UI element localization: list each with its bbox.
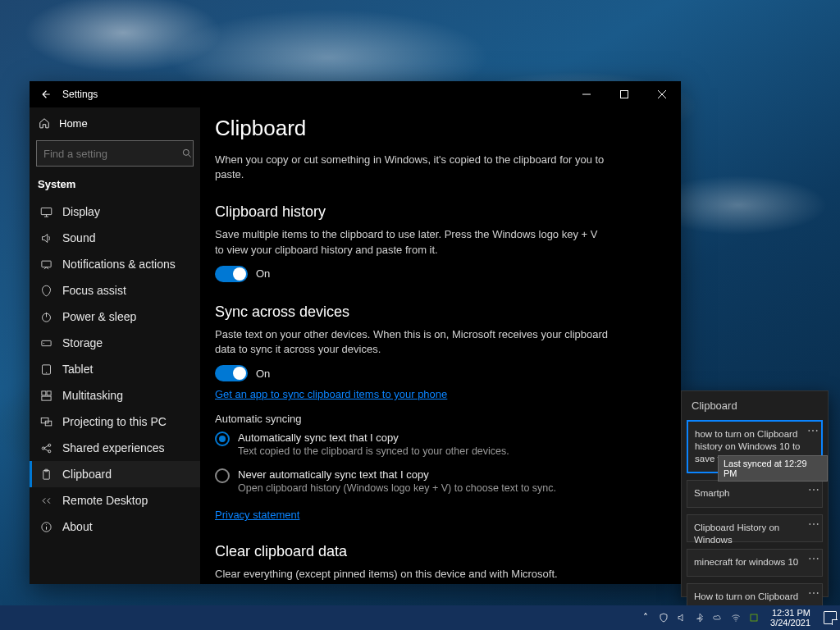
storage-icon (39, 336, 52, 349)
tray-shield-icon[interactable] (657, 611, 670, 624)
clipboard-item[interactable]: ⋯ minecraft for windows 10 (687, 549, 823, 577)
radio-icon (215, 431, 230, 446)
sidebar-item-sound[interactable]: Sound (30, 225, 200, 251)
history-toggle-row: On (215, 266, 658, 282)
multitasking-icon (39, 389, 52, 402)
auto-sync-option-2[interactable]: Never automatically sync text that I cop… (215, 468, 658, 494)
sidebar-item-clipboard[interactable]: Clipboard (30, 461, 200, 487)
notifications-icon (39, 258, 52, 271)
taskbar: ˄ 12:31 PM 3/24/2021 (0, 605, 840, 630)
svg-rect-6 (41, 340, 50, 345)
sidebar-item-label: Display (62, 205, 100, 218)
sidebar-item-storage[interactable]: Storage (30, 330, 200, 356)
svg-rect-10 (41, 390, 45, 395)
sync-tooltip: Last synced at 12:29 PM (718, 455, 828, 482)
minimize-icon (582, 90, 591, 98)
maximize-button[interactable] (605, 83, 643, 106)
sidebar-item-label: About (62, 520, 93, 533)
svg-rect-11 (47, 390, 51, 395)
radio-sub: Text copied to the clipboard is synced t… (238, 445, 509, 457)
radio-icon (215, 468, 230, 483)
svg-point-7 (43, 342, 43, 343)
display-icon (39, 205, 52, 218)
close-button[interactable] (643, 83, 681, 106)
sidebar-item-multitasking[interactable]: Multitasking (30, 382, 200, 409)
sidebar-item-focus-assist[interactable]: Focus assist (30, 277, 200, 304)
page-content: Clipboard When you copy or cut something… (200, 107, 681, 584)
clipboard-icon (39, 468, 52, 481)
back-button[interactable] (30, 81, 62, 107)
window-controls (568, 83, 681, 106)
sidebar-item-projecting[interactable]: Projecting to this PC (30, 409, 200, 435)
more-icon[interactable]: ⋯ (808, 551, 820, 566)
radio-title: Never automatically sync text that I cop… (238, 468, 556, 481)
tablet-icon (39, 363, 52, 376)
sidebar-group-header: System (30, 173, 200, 199)
clear-desc: Clear everything (except pinned items) o… (215, 567, 609, 582)
sync-toggle-label: On (256, 368, 270, 380)
tray-onedrive-icon[interactable] (711, 611, 724, 624)
history-toggle[interactable] (215, 266, 248, 282)
power-icon (39, 310, 52, 323)
sidebar-item-notifications[interactable]: Notifications & actions (30, 251, 200, 277)
tray-bluetooth-icon[interactable] (693, 611, 706, 624)
privacy-link[interactable]: Privacy statement (215, 509, 299, 521)
tray-wifi-icon[interactable] (729, 611, 742, 624)
maximize-icon (620, 90, 628, 98)
taskbar-clock[interactable]: 12:31 PM 3/24/2021 (765, 608, 815, 628)
tray-chevron-icon[interactable]: ˄ (639, 611, 652, 624)
tray-app-icon[interactable] (747, 611, 760, 624)
clock-time: 12:31 PM (770, 608, 810, 618)
window-title: Settings (62, 89, 98, 100)
sound-icon (39, 231, 52, 244)
search-box[interactable] (36, 140, 194, 167)
sync-toggle[interactable] (215, 365, 248, 381)
settings-body: Home System Display Sound Notifications … (30, 107, 681, 584)
auto-sync-option-1[interactable]: Automatically sync text that I copy Text… (215, 431, 658, 457)
minimize-button[interactable] (568, 83, 605, 106)
svg-rect-4 (41, 261, 50, 267)
sidebar-item-about[interactable]: About (30, 514, 200, 540)
sidebar-item-tablet[interactable]: Tablet (30, 356, 200, 382)
tray-volume-icon[interactable] (675, 611, 688, 624)
sidebar-item-label: Shared experiences (62, 441, 165, 454)
shared-experiences-icon (39, 441, 52, 454)
sidebar-item-power[interactable]: Power & sleep (30, 304, 200, 330)
radio-title: Automatically sync text that I copy (238, 431, 509, 444)
clipboard-item[interactable]: ⋯ Smartph (687, 480, 823, 508)
clipboard-item[interactable]: ⋯ Clipboard History on Windows (687, 514, 823, 542)
more-icon[interactable]: ⋯ (808, 586, 820, 600)
sidebar-item-label: Notifications & actions (62, 258, 176, 271)
clipboard-item-text: minecraft for windows 10 (694, 557, 798, 567)
sidebar-item-label: Storage (62, 336, 103, 349)
sidebar-item-label: Power & sleep (62, 310, 136, 323)
sidebar-item-remote-desktop[interactable]: Remote Desktop (30, 487, 200, 514)
home-row[interactable]: Home (30, 107, 200, 139)
sidebar-item-shared-experiences[interactable]: Shared experiences (30, 435, 200, 461)
remote-desktop-icon (39, 494, 52, 507)
history-heading: Clipboard history (215, 203, 658, 221)
more-icon[interactable]: ⋯ (808, 482, 820, 497)
sync-toggle-row: On (215, 365, 658, 381)
arrow-left-icon (40, 89, 52, 100)
sync-desc: Paste text on your other devices. When t… (215, 327, 609, 357)
action-center-icon[interactable] (824, 611, 837, 624)
sidebar-item-label: Tablet (62, 363, 93, 376)
more-icon[interactable]: ⋯ (807, 423, 819, 438)
home-label: Home (59, 117, 88, 130)
sync-get-app-link[interactable]: Get an app to sync clipboard items to yo… (215, 388, 447, 400)
svg-rect-22 (751, 614, 757, 621)
sidebar-item-display[interactable]: Display (30, 199, 200, 225)
svg-rect-0 (582, 94, 591, 95)
sidebar-item-label: Sound (62, 231, 95, 244)
sidebar-item-label: Clipboard (62, 468, 112, 481)
more-icon[interactable]: ⋯ (808, 517, 820, 532)
system-tray: ˄ 12:31 PM 3/24/2021 (639, 608, 837, 628)
radio-sub: Open clipboard history (Windows logo key… (238, 482, 556, 494)
clipboard-flyout: Clipboard ⋯ how to turn on Clipboard his… (681, 390, 829, 597)
flyout-title: Clipboard (682, 396, 828, 420)
history-toggle-label: On (256, 267, 270, 280)
search-input[interactable] (43, 148, 181, 160)
clock-date: 3/24/2021 (770, 618, 810, 628)
sidebar-item-label: Projecting to this PC (62, 415, 167, 428)
